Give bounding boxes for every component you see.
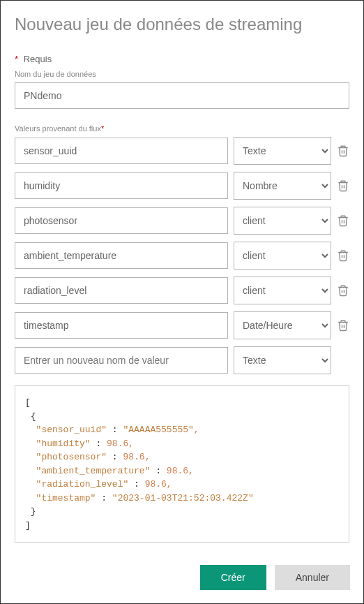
new-value-row: TexteNombreclientDate/Heure: [15, 346, 349, 374]
trash-icon[interactable]: [337, 319, 349, 332]
value-row: TexteNombreclientDate/Heure: [15, 277, 349, 304]
value-row: TexteNombreclientDate/Heure: [15, 137, 349, 165]
new-value-name-input[interactable]: [15, 347, 228, 374]
value-name-input[interactable]: [15, 172, 228, 199]
json-preview: [ { "sensor_uuid" : "AAAAA555555", "humi…: [15, 385, 349, 543]
footer: Créer Annuler: [200, 565, 350, 590]
trash-icon[interactable]: [337, 249, 349, 262]
page-title: Nouveau jeu de données de streaming: [15, 15, 349, 34]
value-type-select[interactable]: TexteNombreclientDate/Heure: [234, 172, 331, 200]
required-note: * Requis: [15, 54, 349, 64]
value-type-select[interactable]: TexteNombreclientDate/Heure: [234, 242, 331, 270]
value-row: TexteNombreclientDate/Heure: [15, 311, 349, 339]
value-type-select[interactable]: TexteNombreclientDate/Heure: [234, 277, 331, 304]
value-row: TexteNombreclientDate/Heure: [15, 207, 349, 235]
trash-icon[interactable]: [337, 179, 349, 192]
new-value-type-select[interactable]: TexteNombreclientDate/Heure: [234, 346, 331, 374]
value-row: TexteNombreclientDate/Heure: [15, 242, 349, 270]
dataset-name-label: Nom du jeu de données: [15, 70, 349, 78]
cancel-button[interactable]: Annuler: [275, 565, 350, 590]
dataset-name-input[interactable]: [15, 82, 349, 109]
value-name-input[interactable]: [15, 277, 228, 304]
trash-icon[interactable]: [337, 214, 349, 227]
value-type-select[interactable]: TexteNombreclientDate/Heure: [234, 207, 331, 235]
value-name-input[interactable]: [15, 138, 228, 164]
required-label: Requis: [24, 54, 52, 64]
value-type-select[interactable]: TexteNombreclientDate/Heure: [234, 311, 331, 339]
value-name-input[interactable]: [15, 207, 228, 234]
trash-icon[interactable]: [337, 284, 349, 297]
value-row: TexteNombreclientDate/Heure: [15, 172, 349, 200]
values-label: Valeurs provenant du flux*: [15, 124, 349, 133]
value-name-input[interactable]: [15, 242, 228, 269]
required-asterisk: *: [15, 54, 18, 64]
value-type-select[interactable]: TexteNombreclientDate/Heure: [234, 137, 331, 165]
create-button[interactable]: Créer: [200, 565, 266, 590]
trash-icon[interactable]: [337, 145, 349, 157]
value-name-input[interactable]: [15, 312, 228, 339]
